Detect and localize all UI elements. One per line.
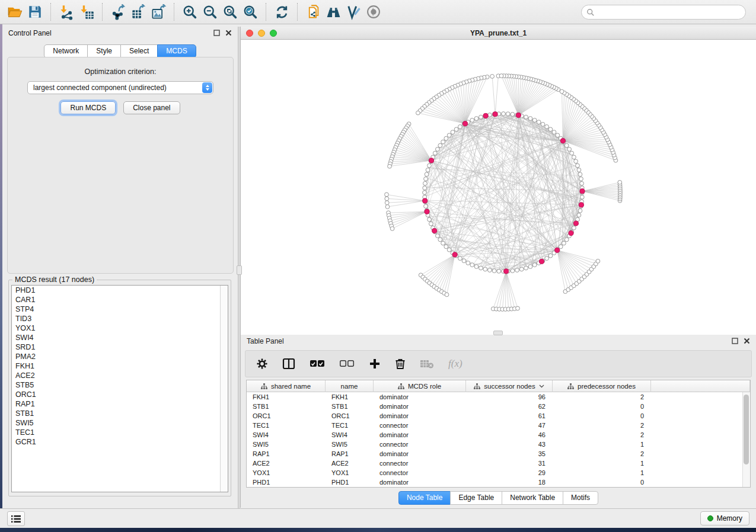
network-node[interactable] [423, 181, 428, 185]
mcds-result-item[interactable]: YOX1 [12, 323, 228, 333]
mcds-node[interactable] [429, 158, 433, 163]
mcds-node[interactable] [452, 252, 457, 257]
network-node[interactable] [524, 266, 528, 270]
network-node[interactable] [511, 113, 515, 117]
tab-network-table[interactable]: Network Table [502, 491, 563, 505]
mcds-node[interactable] [539, 259, 544, 264]
network-node[interactable] [559, 245, 563, 249]
vizmapper-button[interactable] [343, 2, 363, 21]
table-scrollbar-thumb[interactable] [744, 395, 749, 464]
mcds-node[interactable] [555, 248, 560, 252]
network-leaf-node[interactable] [490, 75, 495, 79]
mcds-node[interactable] [569, 230, 573, 235]
network-node[interactable] [574, 159, 578, 164]
delete-column-button[interactable] [395, 358, 406, 370]
network-node[interactable] [552, 130, 556, 134]
mcds-result-item[interactable]: RAP1 [12, 399, 228, 409]
network-node[interactable] [466, 261, 470, 265]
column-header-shared-name[interactable]: shared name [247, 380, 326, 392]
network-node[interactable] [423, 191, 427, 195]
network-node[interactable] [548, 127, 553, 132]
column-header-predecessor-nodes[interactable]: predecessor nodes [553, 380, 651, 392]
network-leaf-node[interactable] [445, 293, 449, 297]
minimize-window-light[interactable] [258, 30, 265, 37]
network-leaf-node[interactable] [596, 259, 600, 263]
mcds-result-item[interactable]: SWI4 [12, 333, 228, 342]
network-node[interactable] [570, 151, 574, 155]
table-row[interactable]: TEC1TEC1connector472 [247, 421, 750, 430]
network-node[interactable] [474, 117, 479, 121]
network-node[interactable] [428, 164, 432, 168]
network-node[interactable] [436, 148, 440, 152]
mcds-result-item[interactable]: STB1 [12, 409, 228, 418]
zoom-window-light[interactable] [270, 30, 277, 37]
network-node[interactable] [519, 267, 524, 271]
network-node[interactable] [483, 267, 487, 271]
network-node[interactable] [564, 143, 569, 148]
mcds-result-item[interactable]: SRD1 [12, 342, 228, 352]
mcds-node[interactable] [516, 113, 521, 117]
mcds-node[interactable] [483, 113, 488, 118]
table-row[interactable]: PHD1PHD1dominator180 [247, 477, 750, 487]
network-node[interactable] [479, 115, 483, 119]
network-node[interactable] [429, 222, 433, 226]
network-canvas[interactable] [241, 40, 755, 334]
create-column-button[interactable] [369, 358, 381, 370]
network-node[interactable] [564, 238, 569, 242]
mcds-node[interactable] [560, 139, 565, 143]
table-row[interactable]: SWI4SWI4dominator462 [247, 430, 750, 440]
network-leaf-node[interactable] [416, 111, 420, 115]
network-node[interactable] [502, 112, 506, 116]
save-session-button[interactable] [25, 2, 45, 21]
network-node[interactable] [532, 118, 537, 123]
zoom-selected-button[interactable] [240, 2, 260, 21]
network-leaf-node[interactable] [388, 164, 392, 168]
network-node[interactable] [556, 133, 560, 137]
network-node[interactable] [425, 172, 429, 177]
tab-network[interactable]: Network [44, 44, 88, 58]
table-row[interactable]: SWI5SWI5connector431 [247, 440, 750, 449]
horizontal-splitter-handle[interactable] [493, 331, 503, 335]
mcds-result-item[interactable]: ORC1 [12, 390, 228, 399]
network-node[interactable] [423, 186, 427, 190]
tab-style[interactable]: Style [87, 44, 121, 58]
network-node[interactable] [528, 265, 532, 269]
vertical-splitter[interactable] [238, 27, 240, 508]
column-header-name[interactable]: name [326, 380, 374, 392]
mcds-result-list[interactable]: PHD1CAR1STP4TID3YOX1SWI4SRD1PMA2FKH1ACE2… [11, 285, 228, 492]
network-node[interactable] [572, 155, 576, 159]
close-panel-icon[interactable] [225, 30, 232, 36]
network-node[interactable] [479, 266, 483, 270]
mcds-node[interactable] [462, 121, 467, 126]
table-row[interactable]: FKH1FKH1dominator962 [247, 392, 750, 402]
column-header-successor-nodes[interactable]: successor nodes [466, 380, 553, 392]
mcds-node[interactable] [493, 112, 497, 117]
float-window-icon[interactable] [213, 30, 220, 36]
mcds-node[interactable] [504, 269, 509, 274]
network-node[interactable] [567, 148, 572, 152]
close-panel-button[interactable]: Close panel [123, 101, 180, 114]
network-node[interactable] [580, 195, 584, 199]
column-header-MCDS-role[interactable]: MCDS role [374, 380, 466, 392]
network-node[interactable] [580, 181, 584, 185]
network-node[interactable] [444, 245, 448, 249]
mcds-node[interactable] [432, 228, 437, 233]
mcds-result-item[interactable]: STB5 [12, 380, 228, 390]
network-node[interactable] [548, 254, 553, 258]
mcds-result-item[interactable]: TEC1 [12, 428, 228, 437]
network-node[interactable] [497, 269, 501, 273]
network-node[interactable] [441, 241, 445, 245]
network-node[interactable] [447, 248, 451, 252]
network-node[interactable] [572, 226, 576, 230]
table-options-button[interactable] [256, 358, 268, 370]
close-window-light[interactable] [246, 30, 253, 37]
splitter-handle[interactable] [237, 265, 242, 275]
tab-motifs[interactable]: Motifs [563, 491, 598, 505]
network-node[interactable] [426, 168, 430, 172]
copy-network-button[interactable] [303, 2, 323, 21]
network-node[interactable] [424, 177, 428, 181]
network-node[interactable] [537, 120, 541, 124]
network-node[interactable] [511, 269, 515, 273]
network-node[interactable] [462, 259, 466, 263]
network-node[interactable] [577, 168, 581, 172]
